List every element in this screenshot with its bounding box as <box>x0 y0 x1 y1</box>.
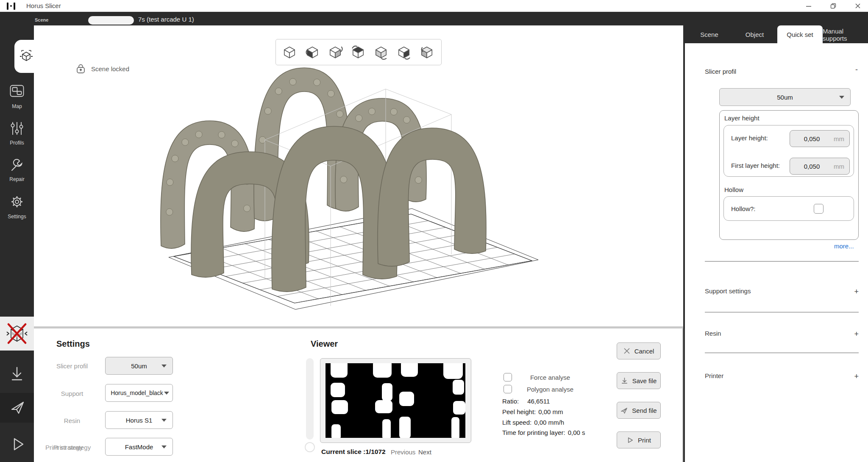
view-back-button[interactable] <box>417 43 436 61</box>
wrench-icon <box>10 158 24 172</box>
viewer-heading: Viewer <box>311 339 338 349</box>
tab-object[interactable]: Object <box>732 25 777 44</box>
section-divider <box>705 353 859 353</box>
slice-unavailable-button[interactable] <box>0 317 34 351</box>
send-icon <box>620 407 628 414</box>
section-support-settings[interactable]: Support settings + <box>705 287 859 296</box>
view-cube-toolbar <box>275 39 442 65</box>
3d-scene-dental-models <box>34 25 683 326</box>
view-cube-icon <box>327 44 343 60</box>
lock-icon <box>76 64 85 74</box>
view-rotate-right-button[interactable] <box>326 43 345 61</box>
download-icon <box>8 365 25 383</box>
view-bottom-button[interactable] <box>372 43 390 61</box>
expand-icon[interactable]: + <box>854 287 859 296</box>
sidebar-item-map-label: Map <box>0 103 34 109</box>
next-slice-button[interactable]: Next <box>418 448 431 456</box>
expand-icon[interactable]: + <box>854 330 859 339</box>
tab-manual-supports[interactable]: Manual supports <box>823 25 868 44</box>
layer-height-group-label: Layer height <box>724 114 760 122</box>
minimize-button[interactable] <box>799 0 818 11</box>
view-cube-icon <box>373 44 389 60</box>
topbar-scene-label: Scene <box>35 17 48 22</box>
hollow-label: Hollow?: <box>731 205 756 212</box>
profile-dropdown[interactable]: 50um <box>719 88 851 106</box>
scene-locked-indicator: Scene locked <box>76 64 129 74</box>
sidebar-download-button[interactable] <box>8 365 25 383</box>
section-divider <box>705 312 859 312</box>
support-label: Support <box>42 390 102 397</box>
ratio-stat: Ratio: 46,6511 <box>502 398 550 405</box>
window-title: Horus Slicer <box>26 2 61 9</box>
print-strategy-label: Print strategy Print strategy <box>42 444 102 451</box>
slice-progress-text: 7s (test arcade U 1) <box>138 16 194 23</box>
resin-dropdown[interactable]: Horus S1 <box>105 411 173 429</box>
chevron-down-icon <box>161 445 167 448</box>
polygon-analyse-row: Polygon analyse <box>504 385 588 393</box>
more-link[interactable]: more... <box>834 242 854 250</box>
gear-icon <box>9 194 25 209</box>
support-dropdown[interactable]: Horus_model_black <box>105 384 173 402</box>
sidebar-item-settings-label: Settings <box>0 214 34 220</box>
view-cube-icon <box>281 44 298 60</box>
first-layer-height-input[interactable]: 0,050 mm <box>790 158 850 175</box>
view-iso-button[interactable] <box>280 43 299 61</box>
sidebar-item-settings[interactable] <box>9 194 25 209</box>
previous-slice-button[interactable]: Previous <box>391 448 415 456</box>
slice-disabled-icon <box>5 322 29 345</box>
app-logo-icon <box>7 2 24 10</box>
sidebar-item-repair-label: Repair <box>0 176 34 182</box>
sidebar-print-button[interactable] <box>9 436 26 454</box>
view-cube-icon <box>304 44 320 60</box>
view-right-button[interactable] <box>395 43 413 61</box>
polygon-analyse-checkbox[interactable] <box>504 385 512 393</box>
chevron-down-icon <box>161 419 167 422</box>
quick-set-panel: Slicer profil - 50um Layer height Layer … <box>685 43 868 462</box>
slice-result-panel: Settings Slicer profil 50um Support Horu… <box>34 328 683 462</box>
scene-cube-icon <box>19 49 34 64</box>
print-strategy-dropdown[interactable]: FastMode <box>105 438 173 456</box>
sidebar-item-repair[interactable] <box>10 158 24 172</box>
viewport-3d[interactable]: Scene locked <box>34 25 683 326</box>
download-icon <box>621 377 628 384</box>
slice-slider[interactable] <box>306 358 314 440</box>
restore-button[interactable] <box>824 0 843 11</box>
cancel-button[interactable]: Cancel <box>617 342 661 359</box>
chevron-down-icon <box>839 96 844 99</box>
slice-progress-bar <box>88 16 134 25</box>
sidebar-item-map[interactable] <box>10 85 24 97</box>
section-printer[interactable]: Printer + <box>705 372 859 381</box>
tab-quick-set[interactable]: Quick set <box>777 25 823 44</box>
view-left-button[interactable] <box>303 43 322 61</box>
expand-icon[interactable]: + <box>854 372 859 381</box>
send-file-button[interactable]: Send file <box>617 402 661 419</box>
section-resin[interactable]: Resin + <box>705 330 859 339</box>
layer-height-input[interactable]: 0,050 mm <box>790 130 850 147</box>
polygon-analyse-label: Polygon analyse <box>512 386 588 393</box>
view-top-button[interactable] <box>349 43 367 61</box>
slicer-profil-collapse-toggle[interactable]: - <box>855 65 858 74</box>
sidebar-send-button[interactable] <box>9 399 25 415</box>
close-button[interactable] <box>849 0 867 11</box>
layer-time-stat: Time for printing layer: 0,00 s <box>502 429 585 436</box>
sidebar-item-profils[interactable] <box>9 121 25 136</box>
tab-scene[interactable]: Scene <box>687 25 732 44</box>
force-analyse-checkbox[interactable] <box>504 373 512 381</box>
slicer-profil-dropdown[interactable]: 50um <box>105 357 173 375</box>
sidebar-item-scene[interactable] <box>14 40 36 73</box>
title-bar: Horus Slicer <box>0 0 868 12</box>
view-cube-icon <box>396 44 412 60</box>
force-analyse-label: Force analyse <box>512 374 588 381</box>
dental-arch-model <box>378 128 486 266</box>
layer-height-group: Layer height Layer height: 0,050 mm Firs… <box>719 110 859 240</box>
save-file-button[interactable]: Save file <box>617 372 661 389</box>
hollow-checkbox[interactable] <box>814 204 823 214</box>
current-slice-label: Current slice :1/1072 <box>321 448 386 456</box>
scene-locked-label: Scene locked <box>91 65 129 72</box>
section-divider <box>705 261 859 262</box>
print-button[interactable]: Print <box>617 431 661 448</box>
chevron-down-icon <box>161 365 167 367</box>
hollow-group-label: Hollow <box>724 186 743 193</box>
first-layer-height-label: First layer height: <box>731 162 780 169</box>
slice-slider-thumb[interactable] <box>305 442 315 452</box>
